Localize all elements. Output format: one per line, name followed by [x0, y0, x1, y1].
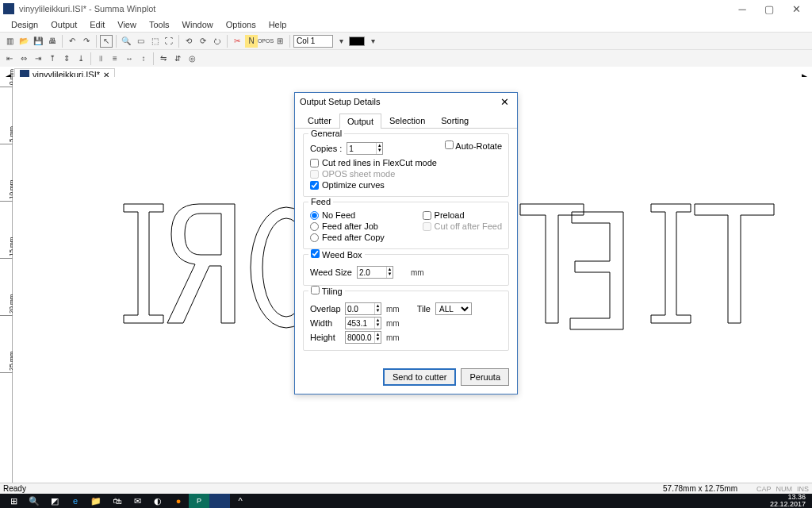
minimize-button[interactable]: ─: [734, 3, 750, 15]
up-icon[interactable]: ^: [230, 494, 251, 508]
dialog-titlebar[interactable]: Output Setup Details ✕: [295, 93, 517, 110]
color-input[interactable]: [293, 35, 333, 48]
status-dims: 57.78mm x 12.75mm: [663, 484, 737, 493]
menu-tools[interactable]: Tools: [144, 19, 174, 30]
flip-h-icon[interactable]: ⇋: [157, 52, 170, 65]
winplot-icon[interactable]: [209, 494, 230, 508]
cancel-button[interactable]: Peruuta: [461, 368, 509, 386]
swatch-dropdown-icon[interactable]: ▾: [366, 35, 379, 48]
search-icon[interactable]: 🔍: [24, 494, 44, 508]
menu-window[interactable]: Window: [178, 19, 218, 30]
fit-icon[interactable]: ⛶: [163, 35, 175, 48]
tab-sorting[interactable]: Sorting: [433, 113, 477, 128]
legend-feed: Feed: [308, 197, 333, 206]
dropdown-icon[interactable]: ▾: [335, 35, 347, 48]
weed-size-label: Weed Size: [310, 267, 352, 277]
cut-red-checkbox[interactable]: Cut red lines in FlexCut mode: [310, 158, 437, 167]
menu-output[interactable]: Output: [46, 19, 82, 30]
copies-input[interactable]: ▲▼: [347, 142, 383, 155]
legend-tiling: Tiling: [308, 286, 345, 296]
tile-label: Tile: [417, 304, 431, 314]
radio-feed-after-copy[interactable]: Feed after Copy: [310, 233, 385, 242]
close-button[interactable]: ✕: [788, 3, 804, 15]
height-input[interactable]: ▲▼: [345, 331, 381, 344]
align-bottom-icon[interactable]: ⤓: [75, 52, 87, 65]
align-middle-icon[interactable]: ⇕: [60, 52, 73, 65]
distribute-h-icon[interactable]: ⫴: [94, 52, 107, 65]
maximize-button[interactable]: ▢: [761, 3, 777, 15]
cutoff-checkbox: Cut off after Feed: [423, 221, 502, 231]
cutter-icon[interactable]: ✂: [231, 35, 243, 48]
align-left-icon[interactable]: ⇤: [3, 52, 16, 65]
group-tiling: Tiling Overlap ▲▼ mm Tile ALL Width ▲▼ m…: [303, 291, 509, 351]
window-title: vinyylileikkuri.ISI* - Summa Winplot: [19, 4, 734, 13]
explorer-icon[interactable]: 📁: [86, 494, 106, 508]
radio-feed-after-job[interactable]: Feed after Job: [310, 221, 378, 231]
width-input[interactable]: ▲▼: [345, 317, 381, 329]
tile-select[interactable]: ALL: [435, 302, 472, 315]
redo-icon[interactable]: ↷: [80, 35, 93, 48]
menu-options[interactable]: Options: [221, 19, 261, 30]
flip-v-icon[interactable]: ⇵: [171, 52, 184, 65]
height-label: Height: [310, 333, 340, 342]
auto-rotate-checkbox[interactable]: Auto-Rotate: [445, 140, 502, 156]
opos-icon[interactable]: OPOS: [259, 35, 272, 48]
open-icon[interactable]: 📂: [17, 35, 30, 48]
print-icon[interactable]: 🖶: [46, 35, 59, 48]
distribute-v-icon[interactable]: ≡: [109, 52, 121, 65]
rect-icon[interactable]: ▭: [134, 35, 147, 48]
space-v-icon[interactable]: ↕: [137, 52, 150, 65]
edge-icon[interactable]: e: [65, 494, 86, 508]
weed-unit: mm: [411, 268, 424, 277]
preload-checkbox[interactable]: Preload: [423, 210, 465, 220]
menu-design[interactable]: Design: [6, 19, 43, 30]
firefox-icon[interactable]: ●: [168, 494, 189, 508]
save-icon[interactable]: 💾: [32, 35, 44, 48]
status-num: NUM: [776, 485, 792, 493]
space-h-icon[interactable]: ↔: [123, 52, 136, 65]
dialog-close-icon[interactable]: ✕: [497, 96, 512, 108]
send-to-cutter-button[interactable]: Send to cutter: [383, 368, 457, 386]
tab-output[interactable]: Output: [339, 114, 381, 129]
radio-no-feed[interactable]: No Feed: [310, 210, 355, 220]
toolbar-1: ▥ 📂 💾 🖶 ↶ ↷ ↖ 🔍 ▭ ⬚ ⛶ ⟲ ⟳ ⭮ ✂ N OPOS ⊞ ▾…: [0, 32, 812, 49]
pointer-icon[interactable]: ↖: [100, 35, 113, 48]
undo-icon[interactable]: ↶: [66, 35, 79, 48]
marquee-icon[interactable]: ⬚: [148, 35, 161, 48]
align-top-icon[interactable]: ⤒: [46, 52, 59, 65]
grid-icon[interactable]: ⊞: [274, 35, 286, 48]
color-swatch[interactable]: [349, 37, 365, 46]
app-icon: [3, 3, 14, 14]
zoom-icon[interactable]: 🔍: [120, 35, 132, 48]
taskview-icon[interactable]: ◩: [44, 494, 65, 508]
align-center-h-icon[interactable]: ⇔: [17, 52, 30, 65]
rotate-cw-icon[interactable]: ⟳: [197, 35, 209, 48]
overlap-label: Overlap: [310, 304, 340, 314]
weed-size-input[interactable]: ▲▼: [357, 266, 393, 279]
tab-selection[interactable]: Selection: [381, 113, 433, 128]
rotate-ccw-icon[interactable]: ⟲: [182, 35, 195, 48]
overlap-input[interactable]: ▲▼: [345, 302, 381, 315]
clock[interactable]: 13.36 22.12.2017: [770, 494, 809, 508]
menu-help[interactable]: Help: [264, 19, 292, 30]
refresh-icon[interactable]: ⭮: [211, 35, 224, 48]
tab-cutter[interactable]: Cutter: [300, 113, 339, 128]
publisher-icon[interactable]: P: [189, 494, 209, 508]
toolbar-2: ⇤ ⇔ ⇥ ⤒ ⇕ ⤓ ⫴ ≡ ↔ ↕ ⇋ ⇵ ◎: [0, 49, 812, 67]
mail-icon[interactable]: ✉: [127, 494, 147, 508]
plot-nav-icon[interactable]: N: [245, 35, 258, 48]
store-icon[interactable]: 🛍: [106, 494, 127, 508]
status-ready: Ready: [3, 484, 663, 493]
status-cap: CAP: [756, 485, 772, 493]
group-general: General Copies : ▲▼ Auto-Rotate Cut red …: [303, 133, 509, 197]
menu-view[interactable]: View: [113, 19, 141, 30]
titlebar: vinyylileikkuri.ISI* - Summa Winplot ─ ▢…: [0, 0, 812, 17]
new-icon[interactable]: ▥: [3, 35, 16, 48]
legend-general: General: [308, 129, 344, 138]
center-icon[interactable]: ◎: [186, 52, 198, 65]
optimize-checkbox[interactable]: Optimize curves: [310, 180, 385, 190]
menu-edit[interactable]: Edit: [85, 19, 109, 30]
align-right-icon[interactable]: ⇥: [32, 52, 44, 65]
chrome-icon[interactable]: ◐: [147, 494, 168, 508]
start-icon[interactable]: ⊞: [3, 494, 24, 508]
